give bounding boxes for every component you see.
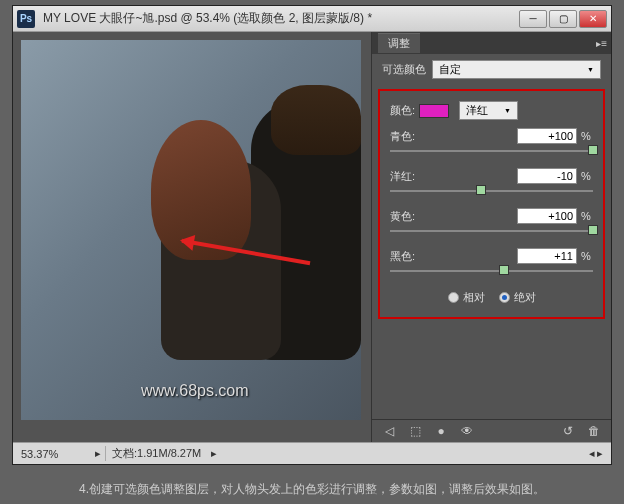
image-content <box>271 85 361 155</box>
watermark: www.68ps.com <box>141 382 249 400</box>
tutorial-caption: 4.创建可选颜色调整图层，对人物头发上的色彩进行调整，参数如图，调整后效果如图。 <box>0 481 624 498</box>
absolute-label: 绝对 <box>514 290 536 305</box>
doc-arrow-icon[interactable]: ▸ <box>207 447 221 460</box>
black-slider[interactable] <box>390 270 593 272</box>
pct-label: % <box>581 210 593 222</box>
window-title: MY LOVE 大眼仔~旭.psd @ 53.4% (选取颜色 2, 图层蒙版/… <box>43 10 519 27</box>
tab-adjustments[interactable]: 调整 <box>378 33 420 53</box>
visibility-icon[interactable]: 👁 <box>458 424 476 438</box>
magenta-slider[interactable] <box>390 190 593 192</box>
zoom-arrow-icon[interactable]: ▸ <box>91 447 105 460</box>
color-swatch-magenta <box>419 104 449 118</box>
yellow-input[interactable] <box>517 208 577 224</box>
black-input[interactable] <box>517 248 577 264</box>
close-button[interactable]: ✕ <box>579 10 607 28</box>
colors-label: 颜色: <box>390 103 415 118</box>
panel-menu-icon[interactable]: ▸≡ <box>596 38 607 49</box>
cyan-slider[interactable] <box>390 150 593 152</box>
expand-icon[interactable]: ⬚ <box>406 424 424 438</box>
yellow-label: 黄色: <box>390 209 430 224</box>
yellow-slider[interactable] <box>390 230 593 232</box>
cyan-input[interactable] <box>517 128 577 144</box>
relative-label: 相对 <box>463 290 485 305</box>
adjustments-panel: 调整 ▸≡ 可选颜色 自定 颜色: 洋红 青色: % <box>371 32 611 442</box>
radio-relative[interactable]: 相对 <box>448 290 485 305</box>
back-icon[interactable]: ◁ <box>380 424 398 438</box>
settings-highlight-box: 颜色: 洋红 青色: % 洋红: % <box>378 89 605 319</box>
doc-size: 文档:1.91M/8.27M <box>105 446 207 461</box>
magenta-input[interactable] <box>517 168 577 184</box>
zoom-level[interactable]: 53.37% <box>21 448 91 460</box>
delete-icon[interactable]: 🗑 <box>585 424 603 438</box>
radio-on-icon <box>499 292 510 303</box>
minimize-button[interactable]: ─ <box>519 10 547 28</box>
scroll-right-icon[interactable]: ▸ <box>597 447 603 460</box>
radio-absolute[interactable]: 绝对 <box>499 290 536 305</box>
pct-label: % <box>581 170 593 182</box>
image-content <box>151 120 251 260</box>
clip-icon[interactable]: ● <box>432 424 450 438</box>
maximize-button[interactable]: ▢ <box>549 10 577 28</box>
pct-label: % <box>581 130 593 142</box>
app-icon: Ps <box>17 10 35 28</box>
scroll-left-icon[interactable]: ◂ <box>589 447 595 460</box>
selective-color-label: 可选颜色 <box>382 62 426 77</box>
preset-dropdown[interactable]: 自定 <box>432 60 601 79</box>
magenta-label: 洋红: <box>390 169 430 184</box>
cyan-label: 青色: <box>390 129 430 144</box>
radio-off-icon <box>448 292 459 303</box>
pct-label: % <box>581 250 593 262</box>
document-canvas[interactable]: www.68ps.com <box>21 40 361 420</box>
reset-icon[interactable]: ↺ <box>559 424 577 438</box>
canvas-area[interactable]: www.68ps.com <box>13 32 371 442</box>
black-label: 黑色: <box>390 249 430 264</box>
color-dropdown[interactable]: 洋红 <box>459 101 518 120</box>
